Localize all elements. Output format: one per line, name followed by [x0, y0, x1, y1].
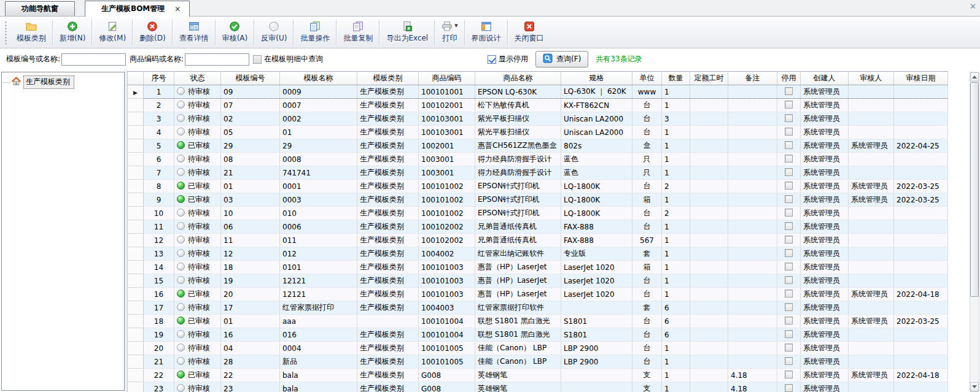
- disabled-checkbox[interactable]: [785, 222, 793, 230]
- table-row[interactable]: 10待审核10010生产模板类别100101002EPSON针式打印机LQ-18…: [128, 207, 948, 220]
- table-row[interactable]: 11待审核060006生产模板类别100102002兄弟普通纸传真机FAX-88…: [128, 220, 948, 234]
- disabled-checkbox[interactable]: [785, 344, 793, 352]
- cell-unit: www: [632, 85, 662, 99]
- export-excel-button[interactable]: 导出为Excel: [380, 18, 434, 47]
- table-row[interactable]: 8已审核010001生产模板类别100101002EPSON针式打印机LQ-18…: [128, 180, 948, 193]
- disabled-checkbox[interactable]: [785, 236, 793, 244]
- column-header[interactable]: 单位: [632, 72, 662, 85]
- column-header[interactable]: 模板名称: [280, 72, 357, 85]
- column-header[interactable]: 规格: [561, 72, 632, 85]
- column-header[interactable]: 模板编号: [221, 72, 280, 85]
- table-row[interactable]: 14待审核180101生产模板类别100101003惠普（HP）LaserJet…: [128, 261, 948, 274]
- table-row[interactable]: ▶1待审核090009生产模板类别100101001EPSON LQ-630KL…: [128, 85, 948, 99]
- table-row[interactable]: 22已审核22bala生产模板类别G008英雄钢笔支14.18系统管理员系统管理…: [128, 369, 948, 382]
- disabled-checkbox[interactable]: [785, 249, 793, 257]
- show-disabled-checkbox[interactable]: [488, 55, 496, 64]
- cell-qty: 1: [662, 274, 690, 288]
- disabled-checkbox[interactable]: [785, 114, 793, 122]
- column-header[interactable]: 商品名称: [475, 72, 561, 85]
- window-close-icon[interactable]: ✕: [970, 2, 976, 11]
- column-header[interactable]: 定额工时: [690, 72, 728, 85]
- column-header[interactable]: 模板类别: [357, 72, 419, 85]
- cell-unit: 套: [632, 301, 662, 315]
- table-row[interactable]: 4待审核0501生产模板类别100103001紫光平板扫描仪Uniscan LA…: [128, 126, 948, 139]
- view-details-button[interactable]: 查看详情: [173, 18, 215, 47]
- disabled-checkbox[interactable]: [785, 330, 793, 338]
- column-header[interactable]: 停用: [777, 72, 801, 85]
- print-dropdown-caret-icon[interactable]: ▼: [454, 24, 457, 28]
- tab-function-navigator[interactable]: 功能导航窗: [5, 1, 75, 16]
- table-row[interactable]: 9已审核030003生产模板类别100101002EPSON针式打印机LQ-18…: [128, 193, 948, 207]
- close-window-button[interactable]: 关闭窗口: [508, 18, 550, 47]
- disabled-checkbox[interactable]: [785, 371, 793, 379]
- disabled-checkbox[interactable]: [785, 263, 793, 271]
- tab-bom-management[interactable]: 生产模板BOM管理 ✕: [85, 1, 190, 17]
- cell-category: 生产模板类别: [357, 112, 419, 126]
- cell-seq: 4: [144, 126, 174, 139]
- disabled-checkbox[interactable]: [785, 195, 793, 203]
- query-button[interactable]: 查询(F): [535, 51, 588, 67]
- disabled-checkbox[interactable]: [785, 276, 793, 284]
- table-row[interactable]: 5已审核2929生产模板类别1002001惠普CH561ZZ黑色墨盒802s盒1…: [128, 139, 948, 153]
- tree-item-root[interactable]: 生产模板类别: [2, 72, 124, 89]
- table-row[interactable]: 16已审核2012121生产模板类别100101003惠普（HP）LaserJe…: [128, 288, 948, 301]
- detail-search-checkbox[interactable]: [253, 55, 262, 64]
- column-header[interactable]: 数量: [662, 72, 690, 85]
- disabled-checkbox[interactable]: [785, 290, 793, 298]
- disabled-checkbox[interactable]: [785, 182, 793, 190]
- disabled-checkbox[interactable]: [785, 155, 793, 163]
- disabled-checkbox[interactable]: [785, 209, 793, 217]
- disabled-checkbox[interactable]: [785, 101, 793, 109]
- delete-button[interactable]: 删除(D): [133, 18, 172, 47]
- scroll-down-button[interactable]: [970, 382, 979, 391]
- approve-button[interactable]: 审核(A): [216, 18, 254, 47]
- column-header[interactable]: 创建人: [801, 72, 849, 85]
- unapprove-button[interactable]: 反审(U): [255, 18, 293, 47]
- add-button[interactable]: 新增(N): [53, 18, 91, 47]
- print-button[interactable]: ▼ 打印: [435, 18, 464, 47]
- table-row[interactable]: 12待审核11011生产模板类别100102002兄弟普通纸传真机FAX-888…: [128, 234, 948, 247]
- disabled-checkbox[interactable]: [785, 384, 793, 392]
- scroll-up-button[interactable]: [970, 72, 979, 82]
- disabled-checkbox[interactable]: [785, 87, 793, 95]
- vertical-scrollbar[interactable]: [970, 72, 979, 392]
- table-row[interactable]: 21待审核28新品生产模板类别100101005佳能（Canon） LBPLBP…: [128, 355, 948, 369]
- toolbar-grip[interactable]: [4, 21, 7, 44]
- disabled-checkbox[interactable]: [785, 168, 793, 176]
- column-header[interactable]: 序号: [144, 72, 174, 85]
- batch-operation-button[interactable]: 批量操作: [294, 18, 336, 47]
- table-row[interactable]: 18已审核01aaa100101004联想 S1801 黑白激光S1801台6系…: [128, 315, 948, 328]
- column-header[interactable]: 审核人: [849, 72, 894, 85]
- edit-button[interactable]: 修改(M): [93, 18, 132, 47]
- table-row[interactable]: 6待审核080008生产模板类别1003001得力经典防滑握手设计蓝色只1系统管…: [128, 153, 948, 166]
- batch-copy-button[interactable]: 批量复制: [337, 18, 379, 47]
- table-row[interactable]: 2待审核070007生产模板类别100102001松下热敏传真机KX-FT862…: [128, 99, 948, 112]
- disabled-checkbox[interactable]: [785, 141, 793, 149]
- table-row[interactable]: 15待审核1912121生产模板类别100101003惠普（HP）LaserJe…: [128, 274, 948, 288]
- template-filter-input[interactable]: [61, 53, 126, 66]
- tab-close-icon[interactable]: ✕: [174, 5, 181, 13]
- column-header[interactable]: 备注: [728, 72, 777, 85]
- cell-remark: [728, 220, 777, 234]
- disabled-checkbox[interactable]: [785, 317, 793, 325]
- product-filter-input[interactable]: [185, 53, 249, 66]
- button-label: 批量复制: [343, 33, 373, 44]
- column-header[interactable]: 状态: [174, 72, 221, 85]
- table-row[interactable]: 17待审核17红管家票据打印生产模板类别1004003红管家票据打印软件套6系统…: [128, 301, 948, 315]
- disabled-checkbox[interactable]: [785, 128, 793, 136]
- table-row[interactable]: 20待审核040004生产模板类别100101005佳能（Canon） LBPL…: [128, 342, 948, 355]
- table-row[interactable]: 7待审核21741741生产模板类别1003001得力经典防滑握手设计蓝色只1系…: [128, 166, 948, 180]
- column-header[interactable]: 商品编码: [419, 72, 475, 85]
- disabled-checkbox[interactable]: [785, 303, 793, 311]
- template-category-button[interactable]: 模板类别: [10, 18, 52, 47]
- disabled-checkbox[interactable]: [785, 357, 793, 365]
- cell-audit_date: [894, 207, 948, 220]
- table-row[interactable]: 13待审核12012生产模板类别1004002红管家出纳记账软件专业版套1系统管…: [128, 247, 948, 261]
- column-header[interactable]: 审核日期: [894, 72, 948, 85]
- table-row[interactable]: 23待审核23bala生产模板类别G008英雄钢笔支14.18系统管理员: [128, 382, 948, 392]
- table-row[interactable]: 19待审核16016生产模板类别100101004联想 S1801 黑白激光S1…: [128, 328, 948, 342]
- ui-design-button[interactable]: 界面设计: [465, 18, 507, 47]
- table-row[interactable]: 3待审核020002生产模板类别100103001紫光平板扫描仪Uniscan …: [128, 112, 948, 126]
- scrollbar-thumb[interactable]: [970, 82, 979, 297]
- cell-audit_date: [894, 220, 948, 234]
